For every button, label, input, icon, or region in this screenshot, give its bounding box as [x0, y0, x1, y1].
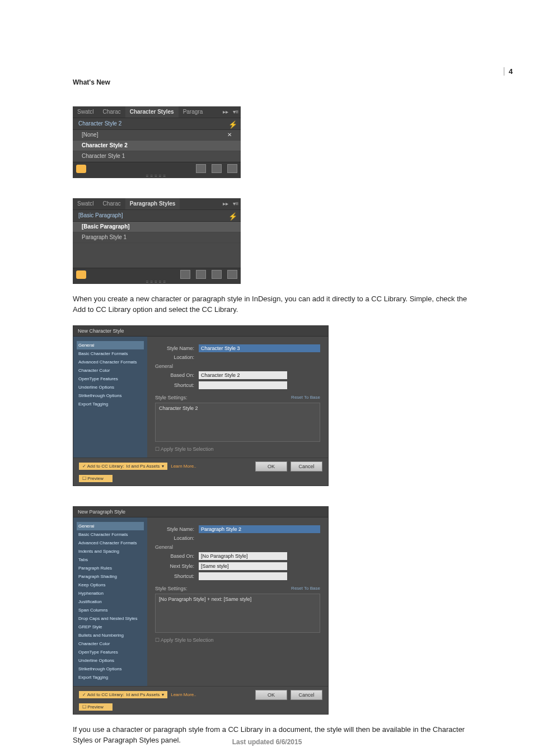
tab-paragraph[interactable]: Paragra — [179, 106, 208, 118]
new-style-icon[interactable] — [212, 164, 222, 173]
sidebar-item[interactable]: Character Color — [77, 640, 144, 648]
tab-swatches[interactable]: Swatcl — [73, 106, 98, 118]
sidebar-item[interactable]: Character Color — [77, 366, 144, 375]
collapse-icon[interactable]: ▸▸ — [221, 198, 231, 209]
current-style-header: [Basic Paragraph] ⚡ — [73, 210, 241, 222]
tab-swatches[interactable]: Swatcl — [73, 198, 98, 209]
cc-library-icon[interactable] — [76, 270, 86, 279]
sidebar-item-general[interactable]: General — [77, 522, 144, 530]
next-style-label: Next Style: — [155, 563, 194, 569]
reset-to-base-button[interactable]: Reset To Base — [291, 586, 320, 591]
lib-select[interactable]: Id and Ps Assets — [127, 692, 160, 697]
style-item-basic[interactable]: [Basic Paragraph] — [73, 222, 241, 232]
sidebar-item[interactable]: Underline Options — [77, 383, 144, 391]
list-item-label: [None] — [82, 132, 98, 138]
sidebar-item[interactable]: Span Columns — [77, 606, 144, 614]
sidebar-item[interactable]: Strikethrough Options — [77, 665, 144, 673]
dialog-title: New Paragraph Style — [73, 507, 328, 517]
add-to-cc-library-checkbox[interactable]: ✓ Add to CC Library: Id and Ps Assets ▾ — [79, 463, 167, 470]
cancel-button[interactable]: Cancel — [291, 461, 322, 472]
sidebar-item[interactable]: Keep Options — [77, 581, 144, 589]
panel-menu-icon[interactable]: ▾≡ — [231, 198, 241, 209]
trash-icon[interactable] — [227, 164, 237, 173]
preview-checkbox[interactable]: ☐ Preview — [79, 703, 113, 711]
new-paragraph-style-dialog: New Paragraph Style General Basic Charac… — [73, 506, 329, 715]
style-item-none[interactable]: [None] ✕ — [73, 130, 241, 141]
next-style-select[interactable]: [Same style] — [199, 562, 287, 570]
pilcrow-icon[interactable] — [196, 270, 206, 279]
dialog-sidebar: General Basic Character Formats Advanced… — [73, 337, 147, 458]
apply-to-selection-checkbox[interactable]: ☐ Apply Style to Selection — [155, 446, 320, 452]
body-paragraph: When you create a new character or parag… — [73, 294, 476, 315]
sidebar-item[interactable]: Export Tagging — [77, 400, 144, 408]
page-footer: Last updated 6/6/2015 — [0, 738, 534, 746]
folder-icon[interactable] — [180, 270, 190, 279]
lib-select[interactable]: Id and Ps Assets — [127, 464, 160, 469]
style-settings-label: Style Settings: — [155, 586, 188, 591]
location-label: Location: — [155, 535, 194, 541]
current-style-name: Character Style 2 — [78, 120, 121, 127]
sidebar-item[interactable]: Advanced Character Formats — [77, 358, 144, 366]
based-on-select[interactable]: [No Paragraph Style] — [199, 552, 287, 560]
based-on-select[interactable]: Character Style 2 — [199, 371, 287, 379]
sidebar-item[interactable]: GREP Style — [77, 623, 144, 631]
sidebar-item[interactable]: Justification — [77, 598, 144, 606]
shortcut-input[interactable] — [199, 572, 287, 580]
sidebar-item[interactable]: Basic Character Formats — [77, 349, 144, 358]
learn-more-link[interactable]: Learn More.. — [171, 464, 196, 469]
ok-button[interactable]: OK — [255, 461, 287, 472]
dialog-title: New Character Style — [73, 326, 328, 337]
sidebar-item[interactable]: Basic Character Formats — [77, 530, 144, 539]
sidebar-item[interactable]: OpenType Features — [77, 648, 144, 656]
empty-list-area — [73, 243, 241, 268]
style-name-input[interactable]: Paragraph Style 2 — [199, 525, 320, 533]
dialog-preview-row: ☐ Preview — [73, 703, 328, 714]
sidebar-item[interactable]: Paragraph Rules — [77, 564, 144, 572]
preview-checkbox[interactable]: ☐ Preview — [79, 475, 113, 482]
style-item[interactable]: Character Style 2 — [73, 141, 241, 151]
new-style-icon[interactable] — [212, 270, 222, 279]
panel-menu-icon[interactable]: ▾≡ — [231, 106, 241, 118]
cancel-button[interactable]: Cancel — [291, 690, 322, 700]
quick-apply-icon[interactable]: ⚡ — [228, 211, 237, 222]
panel-footer — [73, 268, 241, 281]
new-character-style-dialog: New Character Style General Basic Charac… — [73, 325, 329, 486]
panel-footer — [73, 162, 241, 175]
learn-more-link[interactable]: Learn More.. — [171, 692, 196, 697]
sidebar-item[interactable]: Paragraph Shading — [77, 572, 144, 581]
sidebar-item[interactable]: Advanced Character Formats — [77, 539, 144, 547]
style-item[interactable]: Character Style 1 — [73, 151, 241, 162]
section-header: General — [155, 544, 320, 550]
quick-apply-icon[interactable]: ⚡ — [228, 119, 237, 130]
tab-character[interactable]: Charac — [98, 198, 125, 209]
apply-label: Apply Style to Selection — [161, 637, 214, 643]
add-to-cc-library-checkbox[interactable]: ✓ Add to CC Library: Id and Ps Assets ▾ — [79, 691, 167, 698]
drag-handle-icon[interactable]: ≡≡≡≡≡ — [73, 281, 241, 284]
style-item[interactable]: Paragraph Style 1 — [73, 232, 241, 243]
sidebar-item[interactable]: Export Tagging — [77, 673, 144, 682]
style-name-input[interactable]: Character Style 3 — [199, 344, 320, 352]
reset-to-base-button[interactable]: Reset To Base — [291, 395, 320, 400]
shortcut-input[interactable] — [199, 381, 287, 389]
style-settings-box: [No Paragraph Style] + next: [Same style… — [155, 594, 320, 633]
sidebar-item[interactable]: Bullets and Numbering — [77, 631, 144, 640]
sidebar-item[interactable]: Drop Caps and Nested Styles — [77, 614, 144, 623]
sidebar-item[interactable]: Strikethrough Options — [77, 391, 144, 400]
tab-paragraph-styles[interactable]: Paragraph Styles — [125, 198, 180, 209]
tab-character-styles[interactable]: Character Styles — [125, 106, 179, 118]
shortcut-label: Shortcut: — [155, 382, 194, 388]
ok-button[interactable]: OK — [255, 690, 287, 700]
cc-library-icon[interactable] — [76, 165, 86, 173]
sidebar-item-general[interactable]: General — [77, 341, 144, 349]
apply-to-selection-checkbox[interactable]: ☐ Apply Style to Selection — [155, 637, 320, 643]
sidebar-item[interactable]: Underline Options — [77, 656, 144, 665]
tab-character[interactable]: Charac — [98, 106, 125, 118]
sidebar-item[interactable]: Tabs — [77, 556, 144, 564]
folder-icon[interactable] — [196, 164, 206, 173]
collapse-icon[interactable]: ▸▸ — [221, 106, 231, 118]
add-lib-label: ✓ Add to CC Library: — [82, 692, 124, 697]
sidebar-item[interactable]: Hyphenation — [77, 589, 144, 598]
trash-icon[interactable] — [227, 270, 237, 279]
sidebar-item[interactable]: OpenType Features — [77, 375, 144, 383]
sidebar-item[interactable]: Indents and Spacing — [77, 547, 144, 556]
